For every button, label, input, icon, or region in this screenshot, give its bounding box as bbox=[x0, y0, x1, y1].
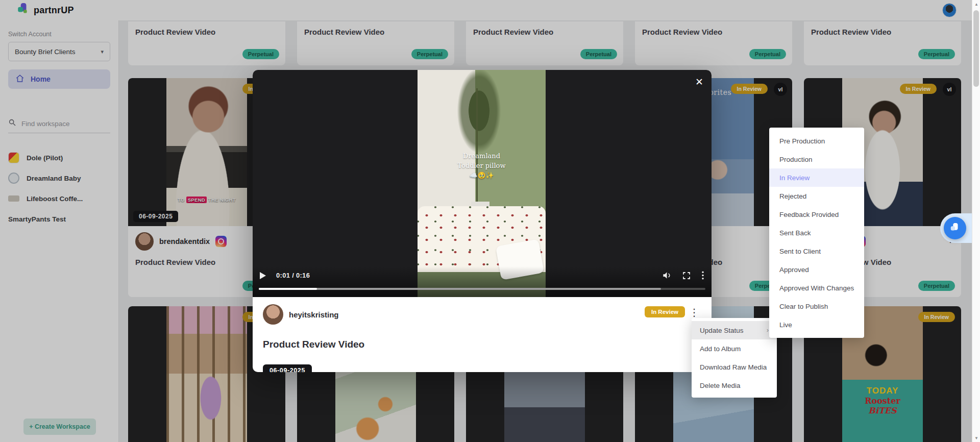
scroll-down-icon[interactable]: ▼ bbox=[972, 434, 980, 442]
buffered-segment bbox=[259, 288, 661, 290]
media-options-menu: Update Status › Add to Album Download Ra… bbox=[692, 318, 777, 398]
play-button[interactable] bbox=[260, 272, 266, 279]
modal-info: heyitskristing In Review ⋮ Product Revie… bbox=[253, 297, 712, 372]
support-chat-widget[interactable] bbox=[940, 213, 972, 243]
scrollbar-thumb[interactable] bbox=[973, 10, 979, 87]
status-option-sent-back[interactable]: Sent Back bbox=[769, 224, 864, 242]
status-badge[interactable]: In Review bbox=[645, 306, 685, 317]
video-frame: Dreamland Toddler pillow ☁️🥹✨ bbox=[418, 70, 546, 297]
status-option-production[interactable]: Production bbox=[769, 150, 864, 168]
menu-item-download-raw-media[interactable]: Download Raw Media bbox=[692, 358, 777, 376]
video-progress-bar[interactable] bbox=[259, 288, 705, 290]
creator-username: heyitskristing bbox=[289, 310, 339, 319]
video-scene-plant bbox=[453, 70, 504, 161]
submenu-arrow-icon: › bbox=[767, 327, 769, 334]
media-options-icon[interactable]: ⋮ bbox=[689, 306, 699, 318]
played-segment bbox=[259, 288, 317, 290]
status-option-feedback-provided[interactable]: Feedback Provided bbox=[769, 205, 864, 224]
status-option-sent-to-client[interactable]: Sent to Client bbox=[769, 242, 864, 260]
status-option-live[interactable]: Live bbox=[769, 315, 864, 334]
menu-item-update-status[interactable]: Update Status › bbox=[692, 321, 777, 339]
update-status-submenu: Pre Production Production In Review Reje… bbox=[769, 128, 864, 338]
fullscreen-icon[interactable] bbox=[682, 271, 691, 280]
media-detail-modal: Dreamland Toddler pillow ☁️🥹✨ ✕ 0:01 / 0… bbox=[253, 70, 712, 372]
creator-row: heyitskristing bbox=[263, 304, 701, 325]
video-controls: 0:01 / 0:16 bbox=[253, 266, 712, 297]
close-icon[interactable]: ✕ bbox=[695, 76, 703, 88]
status-option-rejected[interactable]: Rejected bbox=[769, 187, 864, 205]
page-scrollbar[interactable]: ▲ ▼ bbox=[972, 0, 980, 442]
status-option-approved-with-changes[interactable]: Approved With Changes bbox=[769, 279, 864, 297]
status-option-pre-production[interactable]: Pre Production bbox=[769, 132, 864, 150]
menu-item-add-to-album[interactable]: Add to Album bbox=[692, 339, 777, 358]
media-title: Product Review Video bbox=[263, 339, 364, 350]
scroll-up-icon[interactable]: ▲ bbox=[972, 0, 980, 8]
app-root: partnrUP Switch Account Bounty Brief Cli… bbox=[0, 0, 980, 442]
video-menu-icon[interactable] bbox=[701, 271, 704, 280]
video-player[interactable]: Dreamland Toddler pillow ☁️🥹✨ ✕ 0:01 / 0… bbox=[253, 70, 712, 297]
mute-icon[interactable] bbox=[662, 271, 672, 280]
status-option-approved[interactable]: Approved bbox=[769, 260, 864, 279]
menu-item-delete-media[interactable]: Delete Media bbox=[692, 376, 777, 395]
creator-avatar[interactable] bbox=[263, 304, 283, 325]
status-option-clear-to-publish[interactable]: Clear to Publish bbox=[769, 297, 864, 315]
video-time: 0:01 / 0:16 bbox=[276, 272, 310, 279]
chat-widget-icon bbox=[944, 217, 966, 239]
date-badge: 06-09-2025 bbox=[263, 364, 312, 372]
video-text-overlay: Dreamland Toddler pillow ☁️🥹✨ bbox=[418, 152, 546, 181]
status-option-in-review[interactable]: In Review bbox=[769, 168, 864, 187]
